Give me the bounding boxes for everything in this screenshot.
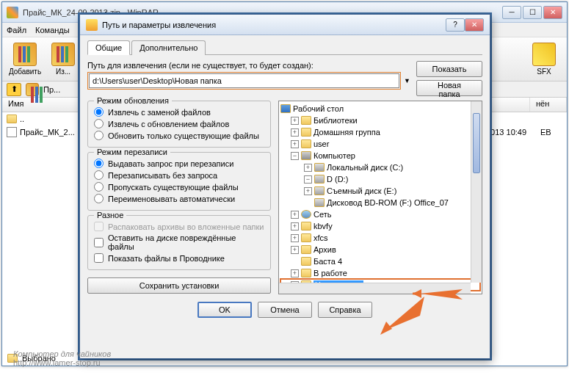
archive-icon xyxy=(26,83,39,96)
col-name[interactable]: Имя xyxy=(2,98,83,112)
check-show-explorer[interactable]: Показать файлы в Проводнике xyxy=(94,253,264,263)
update-mode-group: Режим обновления Извлечь с заменой файло… xyxy=(87,101,271,148)
save-settings-button[interactable]: Сохранить установки xyxy=(87,277,271,294)
folder-icon xyxy=(301,257,311,266)
folder-icon xyxy=(301,269,311,277)
overwrite-mode-group: Режим перезаписи Выдавать запрос при пер… xyxy=(87,152,271,211)
menu-file[interactable]: Файл xyxy=(7,26,26,35)
expander-icon[interactable]: + xyxy=(291,140,299,148)
dialog-titlebar: Путь и параметры извлечения ? ✕ xyxy=(80,15,490,35)
radio-overwrite-silent[interactable]: Перезаписывать без запроса xyxy=(94,170,264,180)
sfx-icon xyxy=(532,43,556,66)
drive-icon xyxy=(314,163,325,172)
up-button[interactable]: ⬆ xyxy=(7,83,21,96)
file-icon xyxy=(7,127,17,137)
address-text: Пр... xyxy=(43,85,60,94)
expander-icon[interactable]: + xyxy=(291,128,299,137)
cancel-button[interactable]: Отмена xyxy=(258,302,312,318)
library-icon xyxy=(301,116,311,125)
col-date[interactable]: нён xyxy=(530,98,567,112)
ok-button[interactable]: OK xyxy=(197,302,252,318)
dialog-button-row: OK Отмена Справка xyxy=(87,302,482,318)
folder-icon xyxy=(301,233,311,242)
add-icon xyxy=(13,43,37,66)
close-button[interactable]: ✕ xyxy=(543,6,562,19)
drive-icon xyxy=(314,186,325,195)
toolbar-add[interactable]: Добавить xyxy=(8,41,42,78)
folder-icon xyxy=(301,222,311,231)
radio-rename-auto[interactable]: Переименовывать автоматически xyxy=(94,194,264,203)
dialog-title: Путь и параметры извлечения xyxy=(102,21,216,29)
homegroup-icon xyxy=(301,128,311,137)
minimize-button[interactable]: ─ xyxy=(502,6,521,19)
expander-icon[interactable]: + xyxy=(291,234,299,242)
expander-icon[interactable]: + xyxy=(304,164,312,172)
expander-icon[interactable]: − xyxy=(304,175,312,184)
toolbar-sfx[interactable]: SFX xyxy=(527,41,561,78)
misc-group: Разное Распаковать архивы во вложенные п… xyxy=(87,215,271,270)
radio-extract-replace[interactable]: Извлечь с заменой файлов xyxy=(94,107,264,117)
computer-icon xyxy=(301,151,311,160)
menu-commands[interactable]: Команды xyxy=(35,26,70,35)
expander-icon[interactable]: − xyxy=(291,152,299,160)
dropdown-icon[interactable]: ▼ xyxy=(404,77,410,84)
check-subfolders: Распаковать архивы во вложенные папки xyxy=(94,222,264,231)
path-label: Путь для извлечения (если не существует,… xyxy=(87,61,410,70)
folder-icon xyxy=(7,115,17,123)
expander-icon[interactable]: + xyxy=(291,269,299,277)
app-icon xyxy=(7,7,18,18)
tab-advanced[interactable]: Дополнительно xyxy=(131,40,206,55)
tab-general[interactable]: Общие xyxy=(87,40,130,55)
scrollbar-horizontal[interactable] xyxy=(279,283,471,294)
radio-update-existing[interactable]: Обновить только существующие файлы xyxy=(94,131,264,140)
bdrom-icon xyxy=(314,198,325,207)
show-button[interactable]: Показать xyxy=(416,61,482,77)
network-icon xyxy=(301,210,311,219)
maximize-button[interactable]: ☐ xyxy=(523,6,542,19)
dialog-close-button[interactable]: ✕ xyxy=(465,18,484,32)
drive-icon xyxy=(314,175,325,184)
folder-tree[interactable]: Рабочий стол +Библиотеки +Домашняя групп… xyxy=(278,101,482,294)
expander-icon[interactable]: + xyxy=(291,211,299,219)
radio-skip-existing[interactable]: Пропускать существующие файлы xyxy=(94,182,264,192)
help-button[interactable]: Справка xyxy=(318,302,372,318)
watermark: Компьютер для чайников http://www.lamer-… xyxy=(13,349,111,367)
expander-icon[interactable]: + xyxy=(304,187,312,195)
extraction-dialog: Путь и параметры извлечения ? ✕ Общие До… xyxy=(79,14,490,359)
expander-icon[interactable]: + xyxy=(291,222,299,231)
dialog-help-button[interactable]: ? xyxy=(446,18,465,32)
dialog-tabs: Общие Дополнительно xyxy=(87,40,482,55)
dialog-icon xyxy=(86,19,98,31)
toolbar-extract[interactable]: Из... xyxy=(46,41,80,78)
folder-icon xyxy=(301,245,311,254)
expander-icon[interactable]: + xyxy=(291,117,299,125)
radio-extract-update[interactable]: Извлечь с обновлением файлов xyxy=(94,119,264,128)
expander-icon[interactable]: + xyxy=(291,246,299,254)
extract-icon xyxy=(51,43,75,66)
path-input[interactable] xyxy=(89,73,399,88)
desktop-icon xyxy=(280,104,291,113)
check-keep-broken[interactable]: Оставить на диске повреждённые файлы xyxy=(94,233,264,251)
scrollbar-vertical[interactable] xyxy=(471,101,482,283)
user-icon xyxy=(301,139,311,148)
radio-ask-overwrite[interactable]: Выдавать запрос при перезаписи xyxy=(94,159,264,168)
new-folder-button[interactable]: Новая папка xyxy=(416,80,482,96)
